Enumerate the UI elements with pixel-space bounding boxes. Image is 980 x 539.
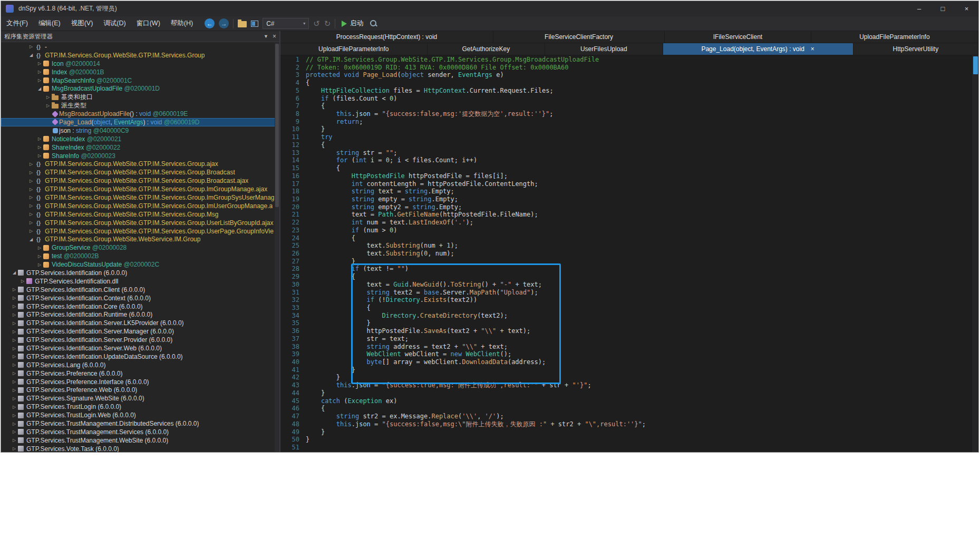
tree-row[interactable]: ▷GTP.Services.TrustLogin.Web (6.0.0.0): [1, 411, 279, 419]
expander-collapsed-icon[interactable]: ▷: [11, 304, 18, 309]
tab[interactable]: UserFilesUpload: [545, 43, 663, 55]
expander-collapsed-icon[interactable]: ▷: [11, 388, 18, 393]
tree-row[interactable]: ▷{}GTP.IM.Services.Group.WebSite.GTP.IM.…: [1, 193, 279, 202]
expander-open-icon[interactable]: ◢: [27, 237, 35, 242]
expander-collapsed-icon[interactable]: ▷: [11, 371, 18, 376]
tree-row[interactable]: ▷Index @0200001B: [1, 68, 279, 76]
language-selector[interactable]: C# ▾: [263, 18, 309, 29]
code-editor[interactable]: 1// GTP.IM.Services.Group.WebSite.GTP.IM…: [280, 55, 978, 452]
expander-collapsed-icon[interactable]: ▷: [11, 396, 18, 401]
tree-row[interactable]: ▷{}GTP.IM.Services.Group.WebSite.GTP.IM.…: [1, 160, 279, 168]
tree-row[interactable]: ▷GTP.Services.Identification.Core (6.0.0…: [1, 302, 279, 311]
tab[interactable]: ProcessRequest(HttpContext) : void: [280, 31, 493, 43]
tree-row[interactable]: ▷MapSearchInfo @0200001C: [1, 76, 279, 85]
expander-collapsed-icon[interactable]: ▷: [36, 254, 43, 259]
expander-collapsed-icon[interactable]: ▷: [36, 78, 43, 83]
expander-open-icon[interactable]: ◢: [27, 53, 35, 57]
expander-collapsed-icon[interactable]: ▷: [27, 212, 35, 217]
expander-collapsed-icon[interactable]: ▷: [27, 195, 35, 200]
tree-row[interactable]: ▷GTP.Services.Identification.Server.LK5P…: [1, 319, 279, 327]
save-module-button[interactable]: [251, 21, 258, 27]
tree-row[interactable]: ▷GTP.Services.Identification.Server.Web …: [1, 344, 279, 352]
tree-row[interactable]: ▷GTP.Services.Preference.Web (6.0.0.0): [1, 386, 279, 395]
menu-item-2[interactable]: 视图(V): [66, 16, 99, 31]
tab-active[interactable]: Page_Load(object, EventArgs) : void×: [663, 43, 853, 55]
tree-row[interactable]: ▷NoticeIndex @02000021: [1, 135, 279, 143]
tree-row[interactable]: ▷GTP.Services.Lang (6.0.0.0): [1, 361, 279, 369]
expander-collapsed-icon[interactable]: ▷: [27, 187, 35, 192]
tree-row[interactable]: ◢MsgBroadcastUploadFile @0200001D: [1, 84, 279, 93]
tab[interactable]: FileServiceClientFactory: [493, 31, 665, 43]
tree-row[interactable]: ▷{}GTP.IM.Services.Group.WebSite.GTP.IM.…: [1, 210, 279, 219]
expander-collapsed-icon[interactable]: ▷: [27, 162, 35, 166]
expander-collapsed-icon[interactable]: ▷: [27, 44, 35, 49]
tree-row[interactable]: MsgBroadcastUploadFile() : void @0600019…: [1, 110, 279, 118]
expander-collapsed-icon[interactable]: ▷: [27, 229, 35, 233]
tree-row[interactable]: ▷GTP.Services.TrustManagement.Distribute…: [1, 419, 279, 428]
expander-collapsed-icon[interactable]: ▷: [11, 287, 18, 292]
tree-row[interactable]: ◢{}GTP.IM.Services.Group.WebSite.GTP.IM.…: [1, 51, 279, 60]
tree-row[interactable]: ▷GTP.Services.Identification.dll: [1, 277, 279, 286]
expander-collapsed-icon[interactable]: ▷: [36, 246, 43, 250]
tree-row[interactable]: ▷GTP.Services.Preference (6.0.0.0): [1, 369, 279, 378]
tree-row[interactable]: ▷GroupService @02000028: [1, 243, 279, 252]
tree-row[interactable]: ▷{}-: [1, 43, 279, 51]
menu-item-3[interactable]: 调试(D): [98, 16, 131, 31]
expander-collapsed-icon[interactable]: ▷: [27, 179, 35, 183]
expander-collapsed-icon[interactable]: ▷: [44, 95, 52, 100]
expander-collapsed-icon[interactable]: ▷: [11, 362, 18, 367]
menu-item-5[interactable]: 帮助(H): [166, 16, 198, 31]
expander-open-icon[interactable]: ◢: [36, 86, 43, 91]
tab[interactable]: HttpServerUtility: [853, 43, 978, 55]
tree-row[interactable]: ▷Icon @02000014: [1, 60, 279, 68]
open-file-button[interactable]: [238, 21, 247, 27]
expander-collapsed-icon[interactable]: ▷: [11, 312, 18, 317]
navigate-forward-button[interactable]: →: [219, 18, 229, 28]
expander-collapsed-icon[interactable]: ▷: [11, 446, 18, 451]
expander-collapsed-icon[interactable]: ▷: [44, 103, 52, 108]
tree-row[interactable]: ▷GTP.Services.Identification.Client (6.0…: [1, 286, 279, 294]
tree-row[interactable]: ▷{}GTP.IM.Services.Group.WebSite.GTP.IM.…: [1, 185, 279, 193]
tree-row[interactable]: ▷GTP.Services.TrustManagement.WebSite (6…: [1, 436, 279, 445]
tree-row[interactable]: ▷派生类型: [1, 101, 279, 110]
expander-collapsed-icon[interactable]: ▷: [11, 438, 18, 443]
expander-collapsed-icon[interactable]: ▷: [36, 70, 43, 74]
tree-row[interactable]: ◢GTP.Services.Identification (6.0.0.0): [1, 269, 279, 277]
tree-row[interactable]: ▷ShareInfo @02000023: [1, 152, 279, 160]
expander-collapsed-icon[interactable]: ▷: [11, 296, 18, 300]
tree-row[interactable]: ◢{}GTP.IM.Services.Group.WebSite.WebServ…: [1, 235, 279, 243]
expander-collapsed-icon[interactable]: ▷: [11, 422, 18, 426]
tree-row[interactable]: ▷{}GTP.IM.Services.Group.WebSite.GTP.IM.…: [1, 168, 279, 177]
editor-scrollbar-thumb[interactable]: [973, 56, 978, 74]
tree-scrollbar-thumb[interactable]: [275, 44, 279, 207]
tree-row[interactable]: ▷GTP.Services.TrustManagement.Services (…: [1, 428, 279, 436]
close-button[interactable]: ×: [955, 1, 978, 16]
tree-row[interactable]: json : string @040000C9: [1, 126, 279, 135]
menu-item-0[interactable]: 文件(F): [1, 16, 33, 31]
undo-button[interactable]: ↺: [313, 19, 320, 27]
tab[interactable]: IFileServiceClient: [665, 31, 811, 43]
expander-collapsed-icon[interactable]: ▷: [11, 321, 18, 326]
expander-open-icon[interactable]: ◢: [11, 270, 18, 275]
expander-collapsed-icon[interactable]: ▷: [11, 354, 18, 359]
tree-row[interactable]: ▷VideoDiscuStatusUpdate @0200002C: [1, 260, 279, 269]
tree-row[interactable]: ▷test @0200002B: [1, 252, 279, 260]
expander-collapsed-icon[interactable]: ▷: [36, 153, 43, 158]
expander-collapsed-icon[interactable]: ▷: [36, 61, 43, 66]
explorer-close-icon[interactable]: ×: [273, 33, 276, 40]
expander-collapsed-icon[interactable]: ▷: [36, 262, 43, 267]
tree-row[interactable]: ▷GTP.Services.Identification.Server.Prov…: [1, 336, 279, 344]
expander-collapsed-icon[interactable]: ▷: [11, 405, 18, 409]
tree-row[interactable]: ▷GTP.Services.TrustLogin (6.0.0.0): [1, 403, 279, 411]
redo-button[interactable]: ↻: [324, 19, 331, 27]
menu-item-1[interactable]: 编辑(E): [33, 16, 66, 31]
expander-collapsed-icon[interactable]: ▷: [11, 346, 18, 351]
tab[interactable]: UploadFileParameterInfo: [811, 31, 978, 43]
tree-row[interactable]: ▷GTP.Services.Signature.WebSite (6.0.0.0…: [1, 394, 279, 403]
tree-row[interactable]: ▷{}GTP.IM.Services.Group.WebSite.GTP.IM.…: [1, 202, 279, 210]
maximize-button[interactable]: □: [931, 1, 955, 16]
expander-collapsed-icon[interactable]: ▷: [11, 429, 18, 434]
tree-row[interactable]: Page_Load(object, EventArgs) : void @060…: [1, 118, 279, 126]
expander-collapsed-icon[interactable]: ▷: [27, 170, 35, 175]
expander-collapsed-icon[interactable]: ▷: [19, 279, 26, 283]
